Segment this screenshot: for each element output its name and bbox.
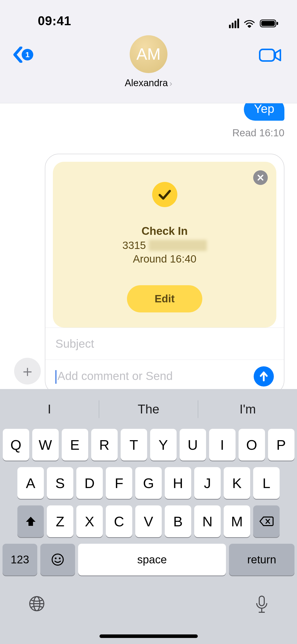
unread-badge: 1 [22, 49, 33, 60]
wifi-icon [244, 19, 255, 28]
key-p[interactable]: P [268, 429, 294, 461]
chevron-right-icon: › [169, 78, 172, 88]
arrow-up-icon [259, 371, 269, 382]
key-x[interactable]: X [76, 505, 103, 537]
plus-icon: ＋ [20, 361, 35, 382]
key-m[interactable]: M [224, 505, 250, 537]
predictive-bar: I The I'm [0, 394, 297, 424]
status-indicators [229, 19, 279, 28]
key-a[interactable]: A [17, 467, 44, 499]
key-t[interactable]: T [121, 429, 147, 461]
checkin-time: Around 16:40 [63, 253, 266, 265]
close-icon [257, 174, 264, 181]
status-time: 09:41 [38, 14, 71, 28]
svg-rect-1 [261, 21, 275, 26]
status-bar: 09:41 [0, 0, 297, 33]
checkin-icon [152, 182, 177, 207]
key-h[interactable]: H [165, 467, 191, 499]
avatar: AM [129, 35, 167, 73]
send-button[interactable] [254, 366, 274, 387]
svg-point-5 [55, 558, 57, 559]
svg-rect-2 [277, 22, 278, 25]
cellular-icon [229, 19, 239, 28]
contact-name: Alexandra [125, 78, 168, 88]
shift-icon [25, 516, 37, 527]
text-cursor [55, 370, 56, 384]
battery-icon [260, 19, 279, 28]
key-v[interactable]: V [135, 505, 162, 537]
key-i[interactable]: I [209, 429, 236, 461]
numeric-key[interactable]: 123 [3, 544, 37, 575]
key-e[interactable]: E [62, 429, 88, 461]
key-n[interactable]: N [194, 505, 221, 537]
backspace-icon [259, 516, 274, 527]
home-indicator[interactable] [100, 634, 198, 638]
key-d[interactable]: D [76, 467, 103, 499]
keyboard: I The I'm QWERTYUIOP ASDFGHJKL ZXCVBNM 1… [0, 389, 297, 644]
conversation-area: Yep Read 16:10 ＋ Check In 3315 Around 16… [0, 103, 297, 389]
remove-attachment-button[interactable] [253, 170, 268, 185]
key-u[interactable]: U [180, 429, 206, 461]
key-g[interactable]: G [135, 467, 162, 499]
predictive-suggestion[interactable]: I'm [198, 402, 297, 416]
key-q[interactable]: Q [3, 429, 29, 461]
key-w[interactable]: W [32, 429, 59, 461]
key-z[interactable]: Z [47, 505, 73, 537]
key-f[interactable]: F [106, 467, 132, 499]
redacted-address [149, 240, 207, 251]
globe-icon [28, 595, 46, 613]
shift-key[interactable] [17, 505, 44, 537]
checkin-edit-button[interactable]: Edit [127, 285, 202, 312]
svg-rect-3 [260, 49, 274, 61]
compose-card: Check In 3315 Around 16:40 Edit Subject … [45, 154, 284, 389]
sent-message-bubble[interactable]: Yep [244, 103, 284, 121]
predictive-suggestion[interactable]: The [99, 402, 198, 416]
key-r[interactable]: R [91, 429, 118, 461]
comment-placeholder: Add comment or Send [57, 369, 173, 382]
key-s[interactable]: S [47, 467, 73, 499]
key-o[interactable]: O [239, 429, 265, 461]
mic-icon [254, 595, 269, 615]
predictive-suggestion[interactable]: I [0, 402, 99, 416]
svg-rect-10 [259, 596, 264, 606]
svg-point-4 [52, 554, 63, 565]
key-c[interactable]: C [106, 505, 132, 537]
key-b[interactable]: B [165, 505, 191, 537]
space-key[interactable]: space [78, 544, 226, 575]
emoji-key[interactable] [40, 544, 75, 575]
checkin-address: 3315 [63, 239, 266, 251]
facetime-button[interactable] [259, 48, 282, 63]
emoji-icon [51, 553, 64, 566]
key-j[interactable]: J [194, 467, 221, 499]
svg-point-6 [59, 558, 61, 559]
back-chevron-icon [13, 47, 23, 63]
checkin-title: Check In [63, 225, 266, 237]
return-key[interactable]: return [229, 544, 294, 575]
checkin-attachment[interactable]: Check In 3315 Around 16:40 Edit [53, 162, 276, 328]
read-receipt: Read 16:10 [232, 127, 284, 139]
contact-header[interactable]: AM Alexandra› [125, 35, 172, 88]
comment-field[interactable]: Add comment or Send [55, 369, 173, 384]
key-y[interactable]: Y [150, 429, 177, 461]
key-l[interactable]: L [253, 467, 280, 499]
dictation-key[interactable] [254, 595, 269, 616]
globe-key[interactable] [28, 595, 46, 616]
delete-key[interactable] [253, 505, 280, 537]
subject-field[interactable]: Subject [45, 328, 284, 360]
conversation-header: 1 AM Alexandra› [0, 33, 297, 103]
subject-placeholder: Subject [55, 337, 274, 350]
key-k[interactable]: K [224, 467, 250, 499]
back-button[interactable]: 1 [13, 47, 33, 63]
attach-button[interactable]: ＋ [14, 358, 41, 384]
